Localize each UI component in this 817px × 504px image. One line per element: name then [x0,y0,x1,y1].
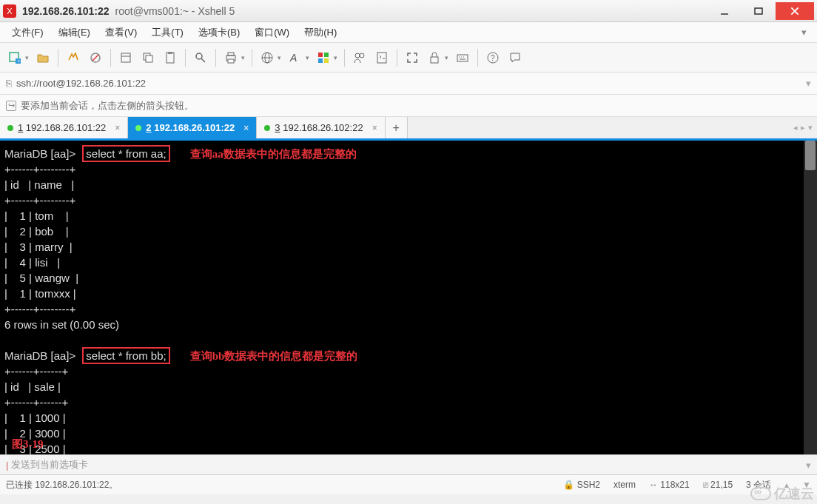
tab-label: 192.168.26.101:22 [26,122,106,133]
tip-text: 要添加当前会话，点击左侧的箭头按钮。 [21,99,194,112]
menu-bar: 文件(F) 编辑(E) 查看(V) 工具(T) 选项卡(B) 窗口(W) 帮助(… [0,22,817,43]
annotation-bb: 查询bb数据表中的信息都是完整的 [190,350,358,362]
reconnect-icon[interactable] [63,47,84,68]
close-button[interactable] [776,2,814,20]
svg-rect-12 [146,56,152,62]
menu-edit[interactable]: 编辑(E) [53,24,96,41]
copy-icon[interactable] [138,47,158,68]
svg-rect-32 [457,55,468,61]
menu-tab[interactable]: 选项卡(B) [192,24,246,41]
table-row: | 5 | wangw | [4,272,78,284]
dropdown-icon[interactable]: ▾ [334,54,337,61]
session-tab-3[interactable]: 3 192.168.26.102:22 × [257,117,385,138]
tab-nav: ◂ ▸ ▾ [789,117,817,138]
keyboard-icon[interactable] [452,47,473,68]
color-icon[interactable] [313,47,334,68]
app-icon: X [3,4,16,18]
separator [58,49,58,67]
script-icon[interactable] [371,47,392,68]
paste-icon[interactable] [160,47,181,68]
status-dot-icon [264,125,270,131]
svg-point-29 [360,53,364,58]
font-icon[interactable]: A [285,47,306,68]
table-row: | 1 | tom | [4,209,69,222]
status-proto: SSH2 [577,480,600,490]
menu-help[interactable]: 帮助(H) [298,24,343,41]
dropdown-icon[interactable]: ▾ [306,54,309,61]
svg-rect-13 [167,53,174,63]
menu-overflow-icon[interactable]: ▾ [797,27,811,38]
tab-prev-icon[interactable]: ◂ [793,123,798,132]
users-icon[interactable] [349,47,370,68]
tab-close-icon[interactable]: × [372,123,377,133]
print-icon[interactable] [221,47,241,68]
tab-index: 2 [146,122,151,133]
menu-tools[interactable]: 工具(T) [146,24,189,41]
svg-point-15 [196,53,202,59]
fullscreen-icon[interactable] [402,47,423,68]
add-tab-button[interactable]: + [386,117,408,138]
input-placeholder: 发送到当前选项卡 [11,458,88,471]
tip-bar: ↪ 要添加当前会话，点击左侧的箭头按钮。 [0,95,817,117]
help-icon[interactable]: ? [483,47,503,68]
tab-next-icon[interactable]: ▸ [801,123,805,132]
title-address: 192.168.26.101:22 [22,5,110,17]
svg-rect-14 [168,52,172,54]
figure-label: 图3-19 [12,437,44,451]
svg-rect-18 [228,53,234,56]
tab-list-icon[interactable]: ▾ [808,123,813,132]
svg-rect-26 [318,58,323,63]
disconnect-icon[interactable] [85,47,106,68]
menu-view[interactable]: 查看(V) [99,24,143,41]
input-marker-icon: | [6,460,8,471]
prompt: MariaDB [aa]> [4,349,75,362]
window-titlebar: X 192.168.26.101:22 root@vms001:~ - Xshe… [0,0,817,22]
status-size: 118x21 [660,480,689,490]
tab-label: 192.168.26.102:22 [283,122,363,133]
session-tab-2[interactable]: 2 192.168.26.101:22 × [128,117,257,138]
properties-icon[interactable] [115,47,136,68]
cursor-icon: ⎚ [703,480,708,490]
status-cursor: 21,15 [710,480,733,490]
session-tab-1[interactable]: 1 192.168.26.101:22 × [0,117,128,138]
dropdown-icon[interactable]: ▾ [241,54,245,61]
lock-icon[interactable] [424,47,445,68]
new-session-icon[interactable]: + [4,47,25,68]
status-dot-icon [135,125,141,131]
globe-icon[interactable] [257,47,278,68]
svg-rect-27 [324,58,329,63]
menu-window[interactable]: 窗口(W) [249,24,295,41]
separator [477,49,478,67]
dropdown-icon[interactable]: ▾ [278,54,281,61]
send-input-bar[interactable]: | 发送到当前选项卡 ▾ [0,454,817,475]
separator [344,49,345,67]
terminal-scrollbar[interactable] [804,141,817,454]
tab-close-icon[interactable]: × [243,123,249,133]
address-bar: ⎘ ssh://root@192.168.26.101:22 ▾ [0,73,817,95]
dropdown-icon[interactable]: ▾ [445,54,448,61]
find-icon[interactable] [190,47,211,68]
table-border: +------+--------+ [4,163,75,175]
minimize-button[interactable] [707,2,742,20]
tab-close-icon[interactable]: × [115,123,120,133]
dropdown-icon[interactable]: ▾ [806,78,811,89]
prompt: MariaDB [aa]> [4,147,75,160]
query-bb-highlight: select * from bb; [82,347,169,364]
chat-icon[interactable] [505,47,525,68]
svg-text:?: ? [491,54,495,62]
cloud-icon [750,487,771,500]
table-border: +------+------+ [4,365,68,377]
dropdown-icon[interactable]: ▾ [25,54,29,61]
table-row: | 1 | 1000 | [4,411,66,424]
status-bar: 已连接 192.168.26.101:22。 🔒 SSH2 xterm ↔ 11… [0,475,817,494]
scrollbar-thumb[interactable] [805,141,816,170]
input-dropdown-icon[interactable]: ▾ [806,460,811,471]
open-icon[interactable] [33,47,53,68]
add-session-icon[interactable]: ↪ [6,101,16,111]
tab-index: 1 [18,122,23,133]
annotation-aa: 查询aa数据表中的信息都是完整的 [190,148,357,160]
address-url[interactable]: ssh://root@192.168.26.101:22 [16,78,146,89]
menu-file[interactable]: 文件(F) [6,24,50,41]
terminal-output[interactable]: MariaDB [aa]> select * from aa; 查询aa数据表中… [0,141,817,454]
maximize-button[interactable] [742,2,776,20]
